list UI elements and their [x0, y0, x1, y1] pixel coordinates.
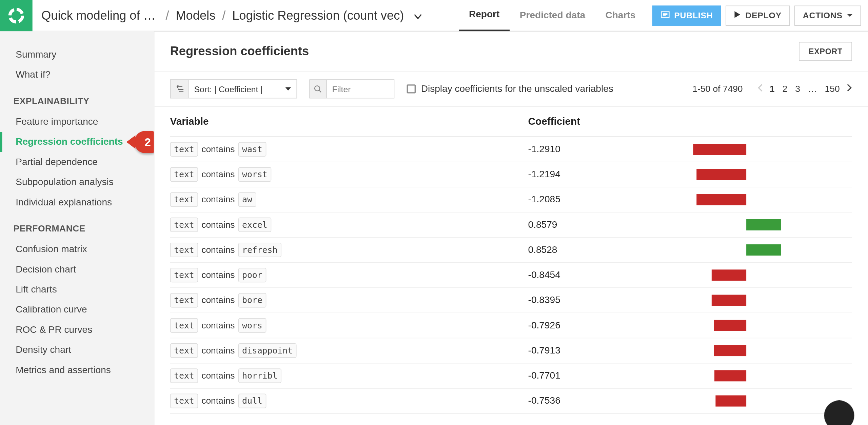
contains-text: contains: [201, 245, 235, 255]
breadcrumb-project[interactable]: Quick modeling of IMDB reviews: [41, 8, 159, 23]
pager-page-2[interactable]: 2: [781, 84, 788, 94]
field-chip: text: [170, 167, 198, 182]
field-chip: text: [170, 193, 198, 207]
coefficients-table: Variable Coefficient textcontainswast-1.…: [154, 107, 868, 414]
pager-range: 1-50 of 7490: [692, 84, 743, 94]
table-row[interactable]: textcontainswast-1.2910: [170, 137, 852, 162]
export-button[interactable]: EXPORT: [799, 42, 852, 61]
table-row[interactable]: textcontainshorribl-0.7701: [170, 364, 852, 389]
sidebar-item-lift-charts[interactable]: Lift charts: [0, 280, 154, 300]
contains-text: contains: [201, 270, 235, 280]
field-chip: text: [170, 293, 198, 308]
table-row[interactable]: textcontainsdisappoint-0.7913: [170, 338, 852, 363]
sidebar-item-label: Regression coefficients: [16, 137, 123, 147]
tab-report[interactable]: Report: [459, 0, 510, 31]
sidebar-item-calibration-curve[interactable]: Calibration curve: [0, 300, 154, 320]
chevron-down-icon: [847, 14, 853, 17]
sidebar-item-regression-coefficients[interactable]: Regression coefficients 2: [0, 132, 154, 152]
breadcrumb-model[interactable]: Logistic Regression (count vec): [232, 8, 404, 23]
contains-text: contains: [201, 295, 235, 305]
breadcrumb: Quick modeling of IMDB reviews / Models …: [33, 8, 422, 23]
table-row[interactable]: textcontainsdull-0.7536: [170, 389, 852, 414]
actions-button[interactable]: ACTIONS: [794, 5, 861, 25]
sidebar-item-whatif[interactable]: What if?: [0, 65, 154, 85]
publish-button[interactable]: PUBLISH: [652, 5, 722, 25]
table-row[interactable]: textcontainspoor-0.8454: [170, 263, 852, 288]
sidebar-item-decision-chart[interactable]: Decision chart: [0, 260, 154, 280]
pager: 1-50 of 7490 1 2 3 … 150: [692, 84, 852, 94]
coef-value: -0.8454: [528, 269, 640, 281]
sidebar-item-subpopulation[interactable]: Subpopulation analysis: [0, 172, 154, 192]
contains-text: contains: [201, 144, 235, 155]
field-chip: text: [170, 394, 198, 408]
contains-text: contains: [201, 169, 235, 180]
play-icon: [734, 11, 741, 21]
tab-predicted-data[interactable]: Predicted data: [510, 0, 595, 31]
word-chip: wors: [238, 318, 266, 333]
word-chip: bore: [238, 293, 266, 308]
pager-next-icon[interactable]: [846, 84, 852, 94]
sidebar-item-partial-dependence[interactable]: Partial dependence: [0, 152, 154, 172]
coef-value: 0.8579: [528, 219, 640, 230]
svg-point-2: [315, 86, 320, 91]
checkbox-icon[interactable]: [407, 84, 415, 93]
coef-value: -1.2085: [528, 194, 640, 205]
controls-row: Sort: | Coefficient | Display coefficien…: [154, 72, 868, 107]
unscaled-checkbox-row[interactable]: Display coefficients for the unscaled va…: [407, 83, 613, 95]
top-tabs: Report Predicted data Charts: [459, 0, 646, 31]
coef-bar: [640, 320, 852, 331]
col-coefficient: Coefficient: [528, 116, 640, 128]
sidebar-item-metrics-assertions[interactable]: Metrics and assertions: [0, 360, 154, 380]
table-row[interactable]: textcontainsbore-0.8395: [170, 288, 852, 313]
sort-icon: [171, 80, 189, 98]
field-chip: text: [170, 268, 198, 282]
coef-bar: [640, 295, 852, 306]
sidebar-item-roc-pr[interactable]: ROC & PR curves: [0, 320, 154, 340]
contains-text: contains: [201, 195, 235, 205]
filter-box: [309, 79, 394, 98]
pager-prev-icon[interactable]: [757, 84, 763, 94]
coef-value: -1.2194: [528, 169, 640, 180]
field-chip: text: [170, 142, 198, 157]
sidebar-item-confusion-matrix[interactable]: Confusion matrix: [0, 239, 154, 259]
sidebar-item-individual-explanations[interactable]: Individual explanations: [0, 193, 154, 212]
pager-page-3[interactable]: 3: [794, 84, 801, 94]
app-logo[interactable]: [0, 0, 33, 31]
sort-dropdown[interactable]: Sort: | Coefficient |: [170, 79, 297, 98]
deploy-label: DEPLOY: [745, 11, 782, 20]
pager-ellipsis: …: [807, 84, 818, 94]
word-chip: poor: [238, 268, 266, 282]
field-chip: text: [170, 368, 198, 383]
sidebar-header-explainability: EXPLAINABILITY: [0, 85, 154, 112]
coef-value: -0.7701: [528, 370, 640, 381]
breadcrumb-sep: /: [165, 8, 169, 23]
table-row[interactable]: textcontainsaw-1.2085: [170, 187, 852, 212]
tab-charts[interactable]: Charts: [595, 0, 646, 31]
pager-page-1[interactable]: 1: [768, 84, 775, 94]
table-row[interactable]: textcontainsworst-1.2194: [170, 162, 852, 187]
coef-bar: [640, 345, 852, 356]
coef-bar: [640, 169, 852, 180]
table-row[interactable]: textcontainsrefresh0.8528: [170, 238, 852, 263]
contains-text: contains: [201, 371, 235, 381]
word-chip: worst: [238, 167, 271, 182]
sidebar-item-feature-importance[interactable]: Feature importance: [0, 112, 154, 132]
sort-label: Sort: | Coefficient |: [189, 84, 296, 94]
word-chip: excel: [238, 218, 271, 232]
breadcrumb-dropdown-icon[interactable]: [414, 8, 422, 23]
sidebar-item-summary[interactable]: Summary: [0, 45, 154, 65]
coef-value: 0.8528: [528, 244, 640, 256]
contains-text: contains: [201, 320, 235, 330]
breadcrumb-models[interactable]: Models: [176, 8, 215, 23]
unscaled-label: Display coefficients for the unscaled va…: [421, 83, 613, 95]
sidebar-item-density-chart[interactable]: Density chart: [0, 340, 154, 360]
coef-bar: [640, 269, 852, 281]
table-row[interactable]: textcontainsexcel0.8579: [170, 212, 852, 238]
word-chip: wast: [238, 142, 266, 157]
deploy-button[interactable]: DEPLOY: [726, 5, 790, 25]
coef-bar: [640, 144, 852, 155]
filter-input[interactable]: [327, 80, 394, 98]
pager-page-last[interactable]: 150: [824, 84, 841, 94]
step-callout: 2: [134, 131, 154, 153]
table-row[interactable]: textcontainswors-0.7926: [170, 313, 852, 338]
